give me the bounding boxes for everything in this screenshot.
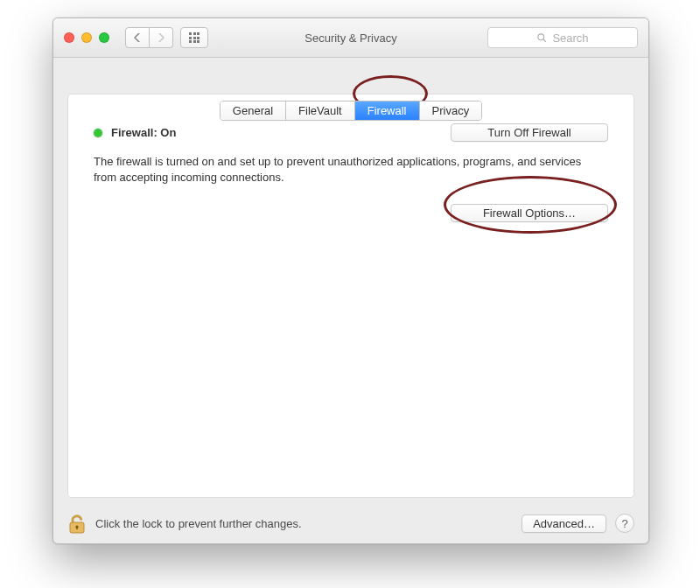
firewall-status-label: Firewall: On <box>111 126 176 139</box>
back-button[interactable] <box>125 27 150 48</box>
window-title: Security & Privacy <box>304 32 396 45</box>
tabs: General FileVault Firewall Privacy <box>220 101 482 121</box>
chevron-left-icon <box>134 33 141 42</box>
forward-button[interactable] <box>150 27 173 48</box>
status-indicator-icon <box>94 129 102 137</box>
help-button[interactable]: ? <box>615 514 634 533</box>
search-placeholder: Search <box>552 32 588 45</box>
show-all-button[interactable] <box>180 27 208 48</box>
search-field[interactable]: Search <box>487 27 638 48</box>
nav-back-forward <box>125 27 173 48</box>
preferences-window: Security & Privacy Search General FileVa… <box>52 18 649 544</box>
firewall-options-row: Firewall Options… <box>94 204 608 222</box>
close-window-button[interactable] <box>64 32 74 43</box>
lock-text: Click the lock to prevent further change… <box>95 517 302 530</box>
titlebar: Security & Privacy Search <box>53 18 648 58</box>
tab-firewall[interactable]: Firewall <box>355 102 420 120</box>
tab-privacy[interactable]: Privacy <box>420 102 482 120</box>
lock-icon[interactable] <box>67 512 87 535</box>
chevron-right-icon <box>158 33 164 42</box>
advanced-button[interactable]: Advanced… <box>522 514 606 533</box>
firewall-description: The firewall is turned on and set up to … <box>94 154 601 185</box>
footer: Click the lock to prevent further change… <box>67 512 634 535</box>
search-icon <box>536 32 547 43</box>
svg-rect-5 <box>76 527 77 529</box>
minimize-window-button[interactable] <box>81 32 92 43</box>
grid-icon <box>189 32 200 43</box>
firewall-status-row: Firewall: On Turn Off Firewall <box>94 123 608 142</box>
firewall-options-button[interactable]: Firewall Options… <box>451 204 608 222</box>
tab-filevault[interactable]: FileVault <box>286 102 355 120</box>
tab-general[interactable]: General <box>220 102 286 120</box>
content-area: Firewall: On Turn Off Firewall The firew… <box>67 115 634 498</box>
turn-off-firewall-button[interactable]: Turn Off Firewall <box>451 123 608 142</box>
window-controls <box>64 32 109 43</box>
zoom-window-button[interactable] <box>99 32 109 43</box>
svg-line-1 <box>543 39 546 42</box>
tab-bar: General FileVault Firewall Privacy <box>53 101 648 121</box>
